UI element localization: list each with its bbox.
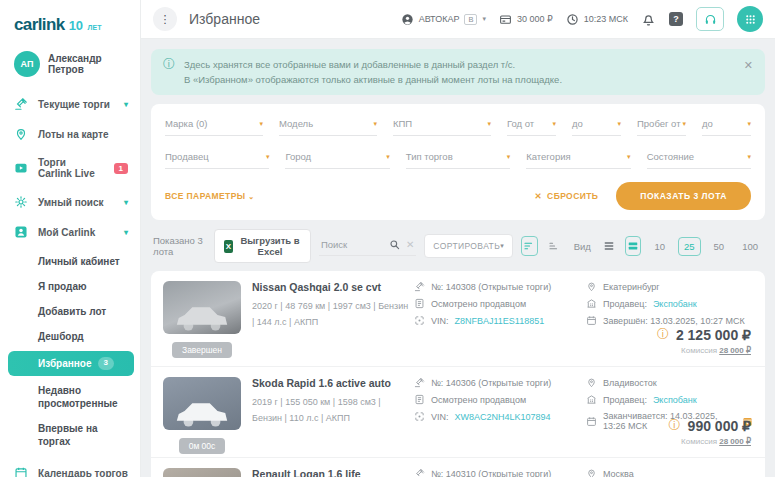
price-info-icon[interactable]: ⓘ xyxy=(657,326,669,343)
apps-grid-button[interactable] xyxy=(737,6,763,32)
filter-mileage-from[interactable]: Пробег от▾ xyxy=(637,116,686,136)
gavel-icon xyxy=(414,281,425,292)
show-lots-button[interactable]: ПОКАЗАТЬ 3 ЛОТА xyxy=(616,182,751,210)
listing-price: 990 000 ₽ xyxy=(688,418,751,434)
search-icon[interactable] xyxy=(389,239,400,250)
listing-title[interactable]: Nissan Qashqai 2.0 se cvt xyxy=(252,281,410,293)
support-headphones-button[interactable] xyxy=(696,7,724,31)
building-icon xyxy=(586,298,597,309)
all-parameters-toggle[interactable]: ВСЕ ПАРАМЕТРЫ ⌄ xyxy=(165,191,254,201)
page-size-100[interactable]: 100 xyxy=(737,238,763,255)
clear-search-icon[interactable]: ✕ xyxy=(406,239,414,250)
view-compact-button[interactable] xyxy=(601,236,617,256)
sort-select[interactable]: СОРТИРОВАТЬ ▾ xyxy=(424,234,513,258)
help-icon[interactable]: ? xyxy=(669,12,683,26)
anniversary-badge: 10 лет xyxy=(69,16,102,34)
chevron-down-icon: ▾ xyxy=(500,242,504,250)
filter-year-to[interactable]: до▾ xyxy=(572,116,621,136)
filter-mileage-to[interactable]: до▾ xyxy=(702,116,751,136)
user-profile[interactable]: АП Александр Петров xyxy=(0,43,140,89)
balance[interactable]: 30 000 ₽ xyxy=(499,13,553,26)
view-compact-icon xyxy=(603,240,615,252)
seller-label: Продавец: xyxy=(603,299,647,309)
filter-condition[interactable]: Состояние▾ xyxy=(647,149,751,169)
sidebar-item-carlink-live[interactable]: Торги Carlink Live 1 xyxy=(0,149,140,187)
sidebar-subitem-first-on-auction[interactable]: Впервые на торгах xyxy=(0,416,140,454)
sidebar-subitem-i-sell[interactable]: Я продаю xyxy=(0,274,140,299)
page-size-25[interactable]: 25 xyxy=(678,237,701,256)
filter-seller[interactable]: Продавец▾ xyxy=(165,149,269,169)
seller-link[interactable]: Экспобанк xyxy=(653,299,697,309)
sidebar-subitem-add-lot[interactable]: Добавить лот xyxy=(0,299,140,324)
sidebar-item-smart-search[interactable]: Умный поиск ▾ xyxy=(0,187,140,217)
account-dropdown[interactable]: АВТОКАР В ▾ xyxy=(401,13,486,26)
view-list-button[interactable] xyxy=(625,236,642,256)
reset-filters-button[interactable]: ✕СБРОСИТЬ xyxy=(535,191,599,201)
chevron-down-icon: ▾ xyxy=(748,153,752,161)
info-icon: ⓘ xyxy=(163,57,175,87)
listing-row[interactable]: 1м 53с Renault Logan 1.6 life 2019 г | 7… xyxy=(151,457,765,477)
filter-brand[interactable]: Марка (0)▾ xyxy=(165,116,263,136)
car-photo[interactable] xyxy=(163,377,241,430)
filter-year-from[interactable]: Год от▾ xyxy=(507,116,556,136)
bell-icon[interactable] xyxy=(641,12,656,27)
view-list-icon xyxy=(627,240,639,252)
chevron-down-icon: ▾ xyxy=(259,120,263,128)
sidebar-item-my-carlink[interactable]: Мой Carlink ▾ xyxy=(0,217,140,247)
gavel-icon xyxy=(414,468,425,477)
document-icon xyxy=(414,298,425,309)
sidebar-item-lots-on-map[interactable]: Лоты на карте xyxy=(0,119,140,149)
commission-label: Комиссия xyxy=(681,346,717,355)
filter-city[interactable]: Город▾ xyxy=(285,149,389,169)
car-photo[interactable] xyxy=(163,281,241,334)
sidebar-item-auction-calendar[interactable]: Календарь торгов xyxy=(0,458,140,477)
chevron-down-icon: ▾ xyxy=(124,198,128,207)
car-silhouette-icon xyxy=(171,396,233,430)
page-size-10[interactable]: 10 xyxy=(649,238,670,255)
listing-title[interactable]: Renault Logan 1.6 life xyxy=(252,468,410,477)
page-size-50[interactable]: 50 xyxy=(709,238,730,255)
person-icon xyxy=(14,225,28,239)
sidebar-subitem-personal-cabinet[interactable]: Личный кабинет xyxy=(0,249,140,274)
sidebar: carlink 10 лет АП Александр Петров Текущ… xyxy=(0,0,141,477)
filter-category[interactable]: Категория▾ xyxy=(526,149,630,169)
view-label: Вид xyxy=(574,241,591,252)
search-input[interactable] xyxy=(321,239,383,250)
price-block: ⓘ990 000 ₽ Комиссия 28 000 ₽ xyxy=(669,417,751,446)
sidebar-subitem-recently-viewed[interactable]: Недавно просмотренные xyxy=(0,378,118,416)
listing-row[interactable]: Завершен Nissan Qashqai 2.0 se cvt 2020 … xyxy=(151,271,765,366)
listing-city: Екатеринбург xyxy=(603,282,660,292)
export-excel-button[interactable]: X Выгрузить в Excel xyxy=(214,229,311,263)
commission-label: Комиссия xyxy=(681,437,717,446)
grid-icon xyxy=(744,13,757,26)
filter-transmission[interactable]: КПП▾ xyxy=(393,116,491,136)
vin-link[interactable]: XW8AC2NH4LK107894 xyxy=(455,412,551,422)
sidebar-subitem-dashboard[interactable]: Дешборд xyxy=(0,324,140,349)
price-info-icon[interactable]: ⓘ xyxy=(669,417,681,434)
filter-auction-type[interactable]: Тип торгов▾ xyxy=(406,149,510,169)
banner-line2: В «Избранном» отображаются только активн… xyxy=(184,72,562,87)
sidebar-subitem-favorites[interactable]: Избранное 3 xyxy=(8,351,134,376)
sidebar-item-label: Мой Carlink xyxy=(38,227,95,238)
sort-descending-button[interactable] xyxy=(546,236,562,256)
sort-ascending-button[interactable] xyxy=(521,236,538,256)
close-icon[interactable]: ✕ xyxy=(744,57,753,75)
headphones-icon xyxy=(704,13,717,26)
sidebar-item-label: Торги Carlink Live xyxy=(38,157,100,179)
sidebar-item-current-auctions[interactable]: Текущие торги ▾ xyxy=(0,89,140,119)
car-photo[interactable] xyxy=(163,468,241,477)
play-icon xyxy=(14,161,28,175)
filter-model[interactable]: Модель▾ xyxy=(279,116,377,136)
logo[interactable]: carlink 10 лет xyxy=(0,0,140,43)
listing-deadline: Завершён: 13.03.2025, 10:27 МСК xyxy=(603,316,745,326)
listing-title[interactable]: Skoda Rapid 1.6 active auto xyxy=(252,377,410,389)
listing-row[interactable]: 0м 00с Skoda Rapid 1.6 active auto 2019 … xyxy=(151,366,765,457)
vin-link[interactable]: Z8NFBAJ11ES118851 xyxy=(455,316,545,326)
search-field: ✕ xyxy=(319,236,416,256)
banner-line1: Здесь хранятся все отобранные вами и доб… xyxy=(184,57,562,72)
kebab-menu-button[interactable]: ⋮ xyxy=(153,7,177,31)
seller-link[interactable]: Экспобанк xyxy=(653,395,697,405)
seller-label: Продавец: xyxy=(603,395,647,405)
avatar: АП xyxy=(14,51,40,77)
account-role-badge: В xyxy=(464,14,477,25)
